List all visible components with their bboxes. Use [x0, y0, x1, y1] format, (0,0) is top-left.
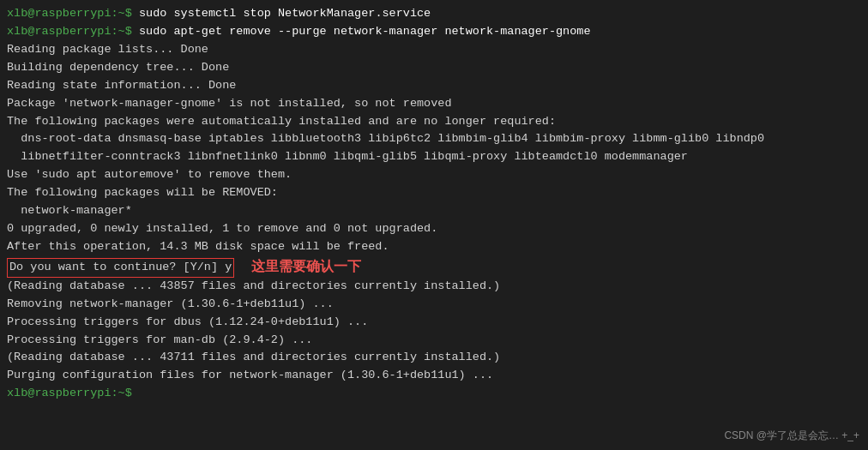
- terminal-line: Package 'network-manager-gnome' is not i…: [7, 95, 861, 113]
- confirm-prompt: Do you want to continue? [Y/n] y: [7, 258, 234, 278]
- prompt: xlb@raspberrypi:~$: [7, 7, 139, 20]
- terminal-line: Processing triggers for man-db (2.9.4-2)…: [7, 332, 861, 350]
- terminal: xlb@raspberrypi:~$ sudo systemctl stop N…: [0, 0, 868, 450]
- terminal-line: The following packages will be REMOVED:: [7, 184, 861, 202]
- command: sudo systemctl stop NetworkManager.servi…: [139, 7, 431, 20]
- terminal-line: Building dependency tree... Done: [7, 59, 861, 77]
- terminal-line: libnetfilter-conntrack3 libnfnetlink0 li…: [7, 148, 861, 166]
- command: sudo apt-get remove --purge network-mana…: [139, 25, 591, 38]
- terminal-line: (Reading database ... 43857 files and di…: [7, 278, 861, 296]
- terminal-line: Do you want to continue? [Y/n] y这里需要确认一下: [7, 256, 861, 278]
- terminal-line: Removing network-manager (1.30.6-1+deb11…: [7, 296, 861, 314]
- terminal-line: Reading state information... Done: [7, 77, 861, 95]
- annotation-text: 这里需要确认一下: [251, 259, 361, 273]
- prompt: xlb@raspberrypi:~$: [7, 25, 139, 38]
- terminal-line: Processing triggers for dbus (1.12.24-0+…: [7, 314, 861, 332]
- terminal-line: Use 'sudo apt autoremove' to remove them…: [7, 166, 861, 184]
- terminal-line: The following packages were automaticall…: [7, 113, 861, 131]
- terminal-line: Reading package lists... Done: [7, 41, 861, 59]
- terminal-line: dns-root-data dnsmasq-base iptables libb…: [7, 130, 861, 148]
- terminal-line: xlb@raspberrypi:~$ sudo apt-get remove -…: [7, 23, 861, 41]
- terminal-line: After this operation, 14.3 MB disk space…: [7, 238, 861, 256]
- terminal-line: network-manager*: [7, 202, 861, 220]
- terminal-line: 0 upgraded, 0 newly installed, 1 to remo…: [7, 220, 861, 238]
- terminal-line: xlb@raspberrypi:~$ sudo systemctl stop N…: [7, 5, 861, 23]
- terminal-line: Purging configuration files for network-…: [7, 367, 861, 385]
- prompt: xlb@raspberrypi:~$: [7, 387, 139, 399]
- terminal-line: (Reading database ... 43711 files and di…: [7, 349, 861, 367]
- watermark: CSDN @学了总是会忘… +_+: [724, 429, 859, 443]
- terminal-line: xlb@raspberrypi:~$: [7, 385, 861, 403]
